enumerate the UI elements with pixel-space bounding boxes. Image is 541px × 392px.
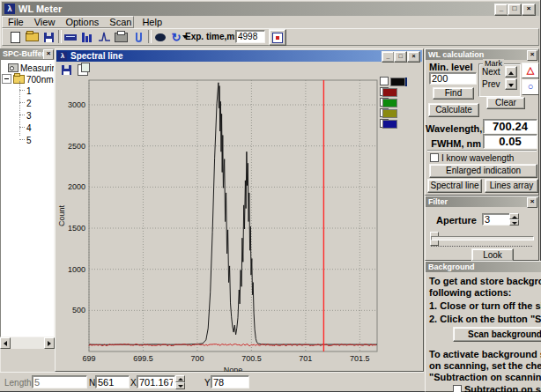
exp-time-input[interactable]	[235, 30, 265, 43]
calculate-button[interactable]: Calculate	[428, 103, 479, 117]
scroll-right-icon[interactable]	[44, 337, 55, 349]
know-wavelength-checkbox[interactable]	[430, 153, 439, 162]
menu-item-view[interactable]: View	[29, 17, 61, 27]
legend-color-swatch	[382, 120, 397, 129]
minimize-button[interactable]: _	[494, 4, 508, 16]
maximize-button[interactable]: □	[508, 4, 522, 16]
spectral-line-button[interactable]: Spectral line	[427, 179, 482, 193]
enlarged-indication-button[interactable]: Enlarged indication	[429, 164, 537, 178]
menu-item-help[interactable]: Help	[137, 17, 167, 27]
tree-item-1[interactable]: 1	[19, 85, 32, 97]
svg-text:699: 699	[82, 354, 95, 363]
print-button[interactable]	[113, 30, 129, 44]
wl-close-icon[interactable]: ×	[527, 50, 537, 61]
main-toolbar: ↻ Exp. time,ms	[2, 28, 539, 46]
legend-color-swatch	[390, 78, 405, 86]
aperture-input[interactable]	[482, 213, 510, 226]
new-document-icon	[11, 32, 20, 43]
spc-buffer-titlebar[interactable]: SPC-Buffer ×	[0, 48, 55, 59]
spectral-chart[interactable]: 50010001500200025003000699699.5700700.57…	[56, 76, 425, 373]
legend-row-5[interactable]: 5	[380, 119, 399, 129]
aperture-label: Aperture	[436, 215, 477, 226]
fwhm-value: 0.05	[483, 134, 537, 149]
svg-text:701.5: 701.5	[350, 354, 370, 363]
length-input[interactable]	[32, 375, 87, 388]
app-title: WL Meter	[19, 4, 62, 14]
printer-icon	[115, 33, 128, 42]
background-titlebar[interactable]: Background	[426, 262, 541, 272]
clear-button[interactable]: Clear	[486, 97, 525, 109]
filter-titlebar[interactable]: Filter ×	[426, 196, 538, 207]
subtraction-checkbox[interactable]	[453, 385, 462, 392]
peak-view-button[interactable]	[96, 30, 112, 44]
spin-down-icon[interactable]	[175, 382, 185, 389]
legend-checkbox[interactable]	[380, 77, 389, 85]
min-level-input[interactable]	[429, 72, 477, 85]
measuring-device-icon	[8, 63, 19, 72]
save-button[interactable]	[41, 30, 56, 44]
find-button[interactable]: Find	[433, 87, 474, 100]
menu-item-file[interactable]: File	[3, 17, 29, 27]
menu-item-options[interactable]: Options	[60, 17, 104, 27]
fwhm-label: FWHM, nm	[426, 138, 481, 149]
spin-down-icon[interactable]	[509, 219, 519, 226]
main-titlebar[interactable]: λ WL Meter _ □ ×	[2, 2, 539, 16]
mark-triangle-button[interactable]: △	[522, 63, 539, 78]
peak-curve-icon	[98, 32, 111, 42]
mark-circle-button[interactable]: ○	[522, 79, 539, 95]
svg-text:699.5: 699.5	[133, 354, 153, 363]
legend-row-3[interactable]: 3	[380, 98, 399, 107]
collapse-minus-icon[interactable]	[2, 74, 11, 84]
tree-item-4[interactable]: 4	[19, 122, 32, 134]
look-button[interactable]: Look	[471, 248, 514, 262]
y-input[interactable]	[211, 375, 249, 388]
tree-item-2[interactable]: 2	[19, 98, 32, 109]
mark-next-up-button[interactable]	[505, 66, 517, 78]
background-step-2: 2. Click on the button "Scan bac	[429, 314, 541, 325]
lines-array-button[interactable]: Lines array	[485, 179, 538, 193]
scroll-left-icon[interactable]	[0, 337, 11, 349]
tree-horizontal-scrollbar[interactable]	[0, 337, 55, 349]
attach-button[interactable]	[130, 30, 146, 44]
new-button[interactable]	[7, 30, 23, 44]
wl-calculation-titlebar[interactable]: WL calculation ×	[426, 49, 538, 60]
x-label: X	[130, 378, 137, 388]
tree-item-3[interactable]: 3	[19, 110, 32, 122]
point-marker-button[interactable]	[269, 29, 286, 46]
wavelength-value: 700.24	[483, 119, 537, 134]
svg-text:1000: 1000	[68, 265, 85, 274]
spectral-line-titlebar[interactable]: λ Spectral line _ □ ×	[56, 50, 422, 62]
tree-item-700nm-file[interactable]: 700nm-1.spc	[2, 74, 55, 85]
legend-color-swatch	[382, 99, 397, 107]
mark-prev-down-button[interactable]	[505, 78, 517, 90]
spin-up-icon[interactable]	[509, 213, 519, 219]
legend-row-4[interactable]: 4	[380, 108, 399, 118]
tree-item-5[interactable]: 5	[19, 135, 32, 146]
open-button[interactable]	[24, 30, 40, 44]
status-bar: Length N X Y	[0, 372, 424, 391]
bar-chart-icon	[82, 33, 93, 42]
histogram-button[interactable]	[79, 30, 95, 44]
wl-meter-app: λ WL Meter _ □ × FileViewOptionsScanHelp…	[0, 0, 541, 392]
chart-save-button[interactable]	[59, 63, 74, 76]
close-button[interactable]: ×	[522, 4, 536, 16]
legend-row-2[interactable]: 2	[380, 87, 399, 97]
filter-close-icon[interactable]: ×	[527, 197, 537, 208]
menu-item-scan[interactable]: Scan	[104, 17, 137, 27]
spc-buffer-tree: Measuring1 700nm-1.spc 12345	[0, 59, 55, 337]
aperture-spinner[interactable]	[509, 213, 519, 226]
scan-background-button[interactable]: Scan background	[453, 327, 541, 342]
x-input[interactable]	[137, 375, 175, 388]
legend-row-1[interactable]: 1	[380, 77, 407, 86]
device-button[interactable]	[63, 30, 78, 44]
lamp-button[interactable]	[152, 30, 168, 44]
spin-up-icon[interactable]	[175, 375, 185, 382]
n-input[interactable]	[95, 375, 130, 388]
background-instructions: To get and store background pe following…	[429, 276, 541, 299]
aperture-slider-groove[interactable]	[431, 236, 534, 240]
x-spinner[interactable]	[175, 375, 185, 389]
chart-copy-button[interactable]	[75, 63, 90, 76]
spc-buffer-panel: SPC-Buffer × Measuring1 700nm-1.spc 1234…	[0, 48, 55, 349]
chart-legend: 12345	[378, 49, 422, 371]
legend-color-swatch	[382, 109, 397, 118]
